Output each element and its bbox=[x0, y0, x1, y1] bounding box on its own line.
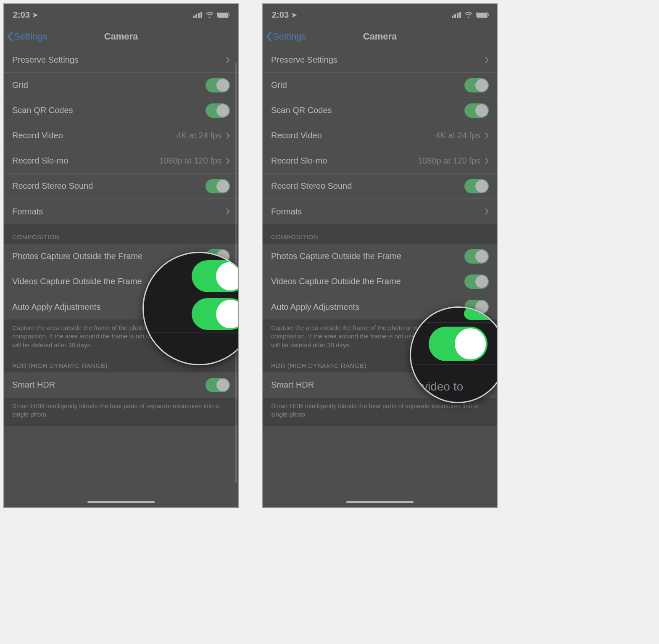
chevron-left-icon bbox=[7, 31, 14, 42]
toggle-grid[interactable] bbox=[464, 78, 489, 92]
chevron-right-icon bbox=[485, 132, 489, 139]
chevron-right-icon bbox=[226, 132, 230, 139]
chevron-right-icon bbox=[226, 158, 230, 164]
back-label: Settings bbox=[14, 31, 47, 42]
location-icon: ➤ bbox=[291, 11, 297, 19]
row-formats[interactable]: Formats bbox=[263, 199, 497, 224]
chevron-right-icon bbox=[485, 158, 489, 164]
hdr-footer: Smart HDR intelligently blends the best … bbox=[4, 398, 238, 427]
toggle-qr[interactable] bbox=[464, 103, 489, 118]
battery-icon bbox=[476, 12, 488, 18]
toggle-qr[interactable] bbox=[206, 103, 230, 118]
row-preserve-settings[interactable]: Preserve Settings bbox=[4, 48, 238, 73]
row-record-slomo[interactable]: Record Slo-mo 1080p at 120 fps bbox=[263, 148, 497, 174]
status-bar: 2:03 ➤ bbox=[4, 4, 238, 26]
location-icon: ➤ bbox=[32, 11, 38, 19]
toggle-videos-outside[interactable] bbox=[464, 274, 489, 289]
status-bar: 2:03 ➤ bbox=[263, 4, 497, 26]
chevron-right-icon bbox=[485, 208, 489, 215]
toggle-grid[interactable] bbox=[206, 78, 230, 92]
nav-bar: Settings Camera bbox=[263, 26, 497, 48]
home-indicator[interactable] bbox=[346, 501, 414, 503]
row-scan-qr[interactable]: Scan QR Codes bbox=[263, 98, 497, 123]
section-composition-header: COMPOSITION bbox=[263, 224, 497, 244]
row-smart-hdr[interactable]: Smart HDR bbox=[4, 372, 238, 398]
row-stereo[interactable]: Record Stereo Sound bbox=[4, 174, 238, 199]
wifi-icon bbox=[206, 11, 214, 18]
chevron-right-icon bbox=[226, 57, 230, 63]
back-button[interactable]: Settings bbox=[266, 31, 306, 42]
chevron-left-icon bbox=[266, 31, 273, 42]
status-time: 2:03 bbox=[13, 10, 30, 20]
mag-toggle-videos-outside[interactable] bbox=[192, 298, 239, 330]
nav-bar: Settings Camera bbox=[4, 26, 238, 48]
row-photos-outside[interactable]: Photos Capture Outside the Frame bbox=[263, 244, 497, 269]
row-scan-qr[interactable]: Scan QR Codes bbox=[4, 98, 238, 123]
toggle-smart-hdr[interactable] bbox=[206, 378, 230, 392]
row-videos-outside[interactable]: Videos Capture Outside the Frame bbox=[263, 269, 497, 294]
battery-icon bbox=[217, 12, 229, 18]
chevron-right-icon bbox=[226, 208, 230, 215]
row-grid[interactable]: Grid bbox=[263, 73, 497, 98]
mag-toggle-auto-apply[interactable] bbox=[429, 327, 488, 361]
row-formats[interactable]: Formats bbox=[4, 199, 238, 224]
toggle-stereo[interactable] bbox=[206, 179, 230, 193]
row-grid[interactable]: Grid bbox=[4, 73, 238, 98]
mag-toggle-photos-outside[interactable] bbox=[192, 260, 239, 292]
phone-right: 2:03 ➤ Settings Camera Preserve Settings… bbox=[262, 3, 498, 508]
section-composition-header: COMPOSITION bbox=[4, 224, 238, 244]
toggle-stereo[interactable] bbox=[464, 179, 489, 193]
cellular-icon bbox=[193, 12, 202, 18]
chevron-right-icon bbox=[485, 57, 489, 63]
back-label: Settings bbox=[273, 31, 306, 42]
row-record-video[interactable]: Record Video 4K at 24 fps bbox=[4, 123, 238, 148]
row-preserve-settings[interactable]: Preserve Settings bbox=[263, 48, 497, 73]
toggle-photos-outside[interactable] bbox=[464, 249, 489, 264]
row-record-video[interactable]: Record Video 4K at 24 fps bbox=[263, 123, 497, 148]
home-indicator[interactable] bbox=[87, 501, 155, 503]
back-button[interactable]: Settings bbox=[7, 31, 47, 42]
row-stereo[interactable]: Record Stereo Sound bbox=[263, 174, 497, 199]
row-record-slomo[interactable]: Record Slo-mo 1080p at 120 fps bbox=[4, 148, 238, 174]
phone-left: 2:03 ➤ Settings Camera Preserve Settings… bbox=[3, 3, 239, 508]
status-time: 2:03 bbox=[272, 10, 289, 20]
cellular-icon bbox=[452, 12, 461, 18]
wifi-icon bbox=[464, 11, 473, 18]
mag-footer-text: video to bbox=[422, 380, 463, 393]
